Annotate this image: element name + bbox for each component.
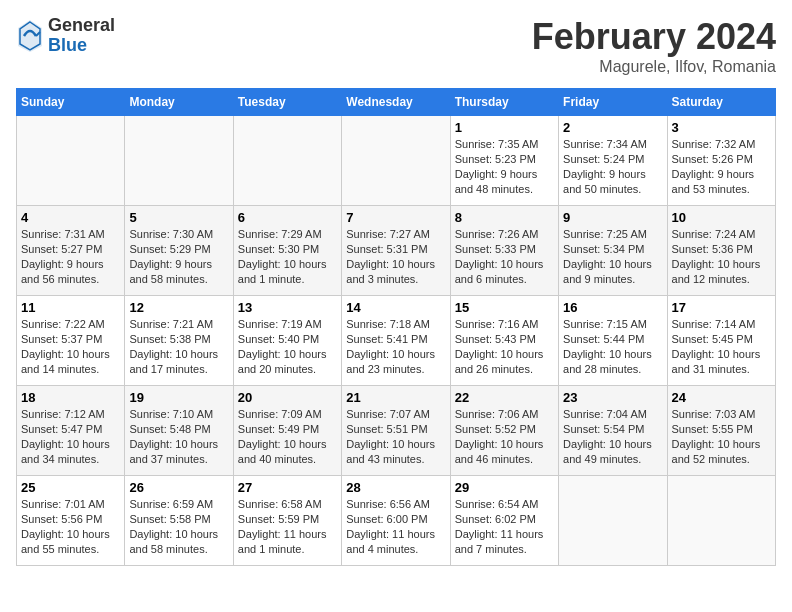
location-title: Magurele, Ilfov, Romania bbox=[532, 58, 776, 76]
day-info: Sunrise: 7:07 AM Sunset: 5:51 PM Dayligh… bbox=[346, 407, 445, 466]
day-cell-13: 13Sunrise: 7:19 AM Sunset: 5:40 PM Dayli… bbox=[233, 296, 341, 386]
day-number: 20 bbox=[238, 390, 337, 405]
day-cell-6: 6Sunrise: 7:29 AM Sunset: 5:30 PM Daylig… bbox=[233, 206, 341, 296]
day-cell-9: 9Sunrise: 7:25 AM Sunset: 5:34 PM Daylig… bbox=[559, 206, 667, 296]
day-cell-23: 23Sunrise: 7:04 AM Sunset: 5:54 PM Dayli… bbox=[559, 386, 667, 476]
day-cell-16: 16Sunrise: 7:15 AM Sunset: 5:44 PM Dayli… bbox=[559, 296, 667, 386]
day-number: 4 bbox=[21, 210, 120, 225]
day-number: 1 bbox=[455, 120, 554, 135]
day-info: Sunrise: 7:32 AM Sunset: 5:26 PM Dayligh… bbox=[672, 137, 771, 196]
weekday-header-tuesday: Tuesday bbox=[233, 89, 341, 116]
day-info: Sunrise: 7:21 AM Sunset: 5:38 PM Dayligh… bbox=[129, 317, 228, 376]
day-info: Sunrise: 7:29 AM Sunset: 5:30 PM Dayligh… bbox=[238, 227, 337, 286]
day-cell-7: 7Sunrise: 7:27 AM Sunset: 5:31 PM Daylig… bbox=[342, 206, 450, 296]
day-info: Sunrise: 7:27 AM Sunset: 5:31 PM Dayligh… bbox=[346, 227, 445, 286]
day-number: 15 bbox=[455, 300, 554, 315]
day-number: 17 bbox=[672, 300, 771, 315]
day-cell-17: 17Sunrise: 7:14 AM Sunset: 5:45 PM Dayli… bbox=[667, 296, 775, 386]
day-number: 24 bbox=[672, 390, 771, 405]
week-row-2: 11Sunrise: 7:22 AM Sunset: 5:37 PM Dayli… bbox=[17, 296, 776, 386]
day-number: 27 bbox=[238, 480, 337, 495]
day-number: 2 bbox=[563, 120, 662, 135]
weekday-header-sunday: Sunday bbox=[17, 89, 125, 116]
day-number: 23 bbox=[563, 390, 662, 405]
day-number: 19 bbox=[129, 390, 228, 405]
weekday-header-monday: Monday bbox=[125, 89, 233, 116]
day-cell-19: 19Sunrise: 7:10 AM Sunset: 5:48 PM Dayli… bbox=[125, 386, 233, 476]
empty-cell bbox=[342, 116, 450, 206]
weekday-header-thursday: Thursday bbox=[450, 89, 558, 116]
day-number: 14 bbox=[346, 300, 445, 315]
day-info: Sunrise: 7:25 AM Sunset: 5:34 PM Dayligh… bbox=[563, 227, 662, 286]
day-cell-26: 26Sunrise: 6:59 AM Sunset: 5:58 PM Dayli… bbox=[125, 476, 233, 566]
day-cell-21: 21Sunrise: 7:07 AM Sunset: 5:51 PM Dayli… bbox=[342, 386, 450, 476]
day-cell-1: 1Sunrise: 7:35 AM Sunset: 5:23 PM Daylig… bbox=[450, 116, 558, 206]
day-number: 5 bbox=[129, 210, 228, 225]
logo: General Blue bbox=[16, 16, 115, 56]
day-info: Sunrise: 6:54 AM Sunset: 6:02 PM Dayligh… bbox=[455, 497, 554, 556]
day-info: Sunrise: 7:31 AM Sunset: 5:27 PM Dayligh… bbox=[21, 227, 120, 286]
week-row-0: 1Sunrise: 7:35 AM Sunset: 5:23 PM Daylig… bbox=[17, 116, 776, 206]
day-number: 9 bbox=[563, 210, 662, 225]
day-info: Sunrise: 7:19 AM Sunset: 5:40 PM Dayligh… bbox=[238, 317, 337, 376]
day-number: 18 bbox=[21, 390, 120, 405]
svg-marker-0 bbox=[18, 20, 42, 52]
day-number: 21 bbox=[346, 390, 445, 405]
day-info: Sunrise: 7:35 AM Sunset: 5:23 PM Dayligh… bbox=[455, 137, 554, 196]
month-title: February 2024 bbox=[532, 16, 776, 58]
day-number: 22 bbox=[455, 390, 554, 405]
day-cell-24: 24Sunrise: 7:03 AM Sunset: 5:55 PM Dayli… bbox=[667, 386, 775, 476]
day-info: Sunrise: 7:04 AM Sunset: 5:54 PM Dayligh… bbox=[563, 407, 662, 466]
empty-cell bbox=[559, 476, 667, 566]
day-info: Sunrise: 7:24 AM Sunset: 5:36 PM Dayligh… bbox=[672, 227, 771, 286]
day-cell-25: 25Sunrise: 7:01 AM Sunset: 5:56 PM Dayli… bbox=[17, 476, 125, 566]
week-row-4: 25Sunrise: 7:01 AM Sunset: 5:56 PM Dayli… bbox=[17, 476, 776, 566]
day-info: Sunrise: 7:26 AM Sunset: 5:33 PM Dayligh… bbox=[455, 227, 554, 286]
empty-cell bbox=[17, 116, 125, 206]
day-number: 12 bbox=[129, 300, 228, 315]
empty-cell bbox=[125, 116, 233, 206]
day-cell-4: 4Sunrise: 7:31 AM Sunset: 5:27 PM Daylig… bbox=[17, 206, 125, 296]
day-info: Sunrise: 6:59 AM Sunset: 5:58 PM Dayligh… bbox=[129, 497, 228, 556]
day-number: 8 bbox=[455, 210, 554, 225]
day-info: Sunrise: 7:16 AM Sunset: 5:43 PM Dayligh… bbox=[455, 317, 554, 376]
day-info: Sunrise: 6:56 AM Sunset: 6:00 PM Dayligh… bbox=[346, 497, 445, 556]
empty-cell bbox=[233, 116, 341, 206]
logo-blue: Blue bbox=[48, 36, 115, 56]
day-info: Sunrise: 7:18 AM Sunset: 5:41 PM Dayligh… bbox=[346, 317, 445, 376]
day-info: Sunrise: 7:22 AM Sunset: 5:37 PM Dayligh… bbox=[21, 317, 120, 376]
day-number: 10 bbox=[672, 210, 771, 225]
logo-general: General bbox=[48, 16, 115, 36]
day-cell-22: 22Sunrise: 7:06 AM Sunset: 5:52 PM Dayli… bbox=[450, 386, 558, 476]
weekday-header-friday: Friday bbox=[559, 89, 667, 116]
week-row-1: 4Sunrise: 7:31 AM Sunset: 5:27 PM Daylig… bbox=[17, 206, 776, 296]
day-info: Sunrise: 6:58 AM Sunset: 5:59 PM Dayligh… bbox=[238, 497, 337, 556]
logo-text: General Blue bbox=[48, 16, 115, 56]
day-info: Sunrise: 7:09 AM Sunset: 5:49 PM Dayligh… bbox=[238, 407, 337, 466]
day-cell-8: 8Sunrise: 7:26 AM Sunset: 5:33 PM Daylig… bbox=[450, 206, 558, 296]
day-cell-3: 3Sunrise: 7:32 AM Sunset: 5:26 PM Daylig… bbox=[667, 116, 775, 206]
day-number: 7 bbox=[346, 210, 445, 225]
day-cell-10: 10Sunrise: 7:24 AM Sunset: 5:36 PM Dayli… bbox=[667, 206, 775, 296]
day-cell-12: 12Sunrise: 7:21 AM Sunset: 5:38 PM Dayli… bbox=[125, 296, 233, 386]
logo-icon bbox=[16, 18, 44, 54]
day-cell-14: 14Sunrise: 7:18 AM Sunset: 5:41 PM Dayli… bbox=[342, 296, 450, 386]
day-info: Sunrise: 7:34 AM Sunset: 5:24 PM Dayligh… bbox=[563, 137, 662, 196]
day-cell-29: 29Sunrise: 6:54 AM Sunset: 6:02 PM Dayli… bbox=[450, 476, 558, 566]
day-cell-2: 2Sunrise: 7:34 AM Sunset: 5:24 PM Daylig… bbox=[559, 116, 667, 206]
day-info: Sunrise: 7:15 AM Sunset: 5:44 PM Dayligh… bbox=[563, 317, 662, 376]
weekday-header-saturday: Saturday bbox=[667, 89, 775, 116]
day-number: 13 bbox=[238, 300, 337, 315]
day-number: 11 bbox=[21, 300, 120, 315]
title-block: February 2024 Magurele, Ilfov, Romania bbox=[532, 16, 776, 76]
day-info: Sunrise: 7:03 AM Sunset: 5:55 PM Dayligh… bbox=[672, 407, 771, 466]
week-row-3: 18Sunrise: 7:12 AM Sunset: 5:47 PM Dayli… bbox=[17, 386, 776, 476]
day-number: 6 bbox=[238, 210, 337, 225]
day-number: 25 bbox=[21, 480, 120, 495]
weekday-header-row: SundayMondayTuesdayWednesdayThursdayFrid… bbox=[17, 89, 776, 116]
day-number: 16 bbox=[563, 300, 662, 315]
day-info: Sunrise: 7:10 AM Sunset: 5:48 PM Dayligh… bbox=[129, 407, 228, 466]
day-number: 28 bbox=[346, 480, 445, 495]
day-cell-15: 15Sunrise: 7:16 AM Sunset: 5:43 PM Dayli… bbox=[450, 296, 558, 386]
day-info: Sunrise: 7:14 AM Sunset: 5:45 PM Dayligh… bbox=[672, 317, 771, 376]
